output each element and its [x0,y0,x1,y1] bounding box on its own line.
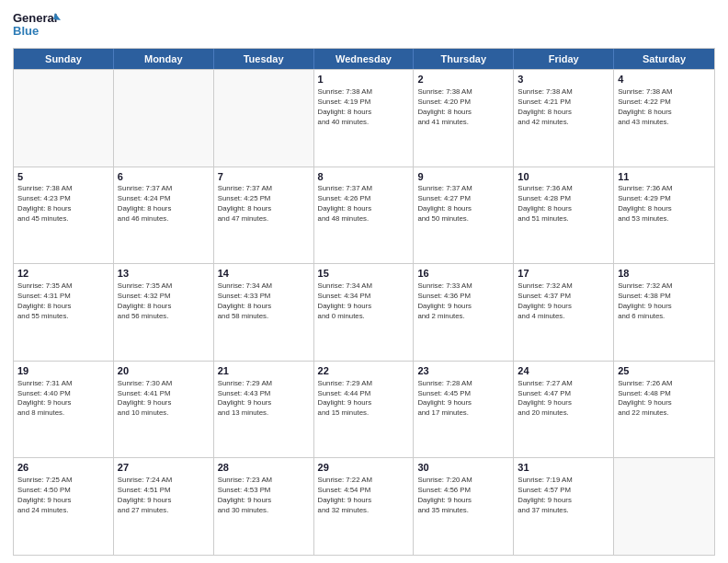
empty-cell [14,70,114,167]
day-number: 20 [118,364,210,378]
day-info: Sunrise: 7:37 AM Sunset: 4:26 PM Dayligh… [318,184,410,224]
day-info: Sunrise: 7:38 AM Sunset: 4:23 PM Dayligh… [17,184,109,224]
day-cell-8: 8Sunrise: 7:37 AM Sunset: 4:26 PM Daylig… [314,167,415,264]
day-info: Sunrise: 7:37 AM Sunset: 4:25 PM Dayligh… [218,184,310,224]
day-info: Sunrise: 7:32 AM Sunset: 4:38 PM Dayligh… [618,282,711,322]
day-info: Sunrise: 7:23 AM Sunset: 4:53 PM Dayligh… [218,476,310,516]
day-cell-27: 27Sunrise: 7:24 AM Sunset: 4:51 PM Dayli… [114,458,214,555]
calendar-body: 1Sunrise: 7:38 AM Sunset: 4:19 PM Daylig… [14,69,714,555]
day-info: Sunrise: 7:36 AM Sunset: 4:29 PM Dayligh… [618,184,711,224]
day-number: 22 [318,364,410,378]
logo-svg: General Blue [13,9,61,42]
day-info: Sunrise: 7:32 AM Sunset: 4:37 PM Dayligh… [518,282,609,322]
empty-cell [114,70,214,167]
day-cell-7: 7Sunrise: 7:37 AM Sunset: 4:25 PM Daylig… [214,167,314,264]
empty-cell [214,70,314,167]
day-cell-28: 28Sunrise: 7:23 AM Sunset: 4:53 PM Dayli… [214,458,314,555]
day-number: 19 [17,364,109,378]
day-cell-21: 21Sunrise: 7:29 AM Sunset: 4:43 PM Dayli… [214,362,314,458]
day-number: 28 [218,461,310,475]
header-day-sunday: Sunday [14,49,114,69]
day-number: 8 [318,170,410,184]
day-cell-17: 17Sunrise: 7:32 AM Sunset: 4:37 PM Dayli… [514,264,614,361]
day-cell-23: 23Sunrise: 7:28 AM Sunset: 4:45 PM Dayli… [414,362,514,458]
week-row-5: 26Sunrise: 7:25 AM Sunset: 4:50 PM Dayli… [14,457,714,555]
day-cell-11: 11Sunrise: 7:36 AM Sunset: 4:29 PM Dayli… [614,167,714,264]
day-info: Sunrise: 7:20 AM Sunset: 4:56 PM Dayligh… [417,476,509,516]
day-cell-3: 3Sunrise: 7:38 AM Sunset: 4:21 PM Daylig… [514,70,614,167]
week-row-3: 12Sunrise: 7:35 AM Sunset: 4:31 PM Dayli… [14,263,714,361]
day-number: 26 [17,461,109,475]
day-number: 27 [118,461,210,475]
day-info: Sunrise: 7:34 AM Sunset: 4:33 PM Dayligh… [218,282,310,322]
header-day-saturday: Saturday [614,49,714,69]
day-info: Sunrise: 7:25 AM Sunset: 4:50 PM Dayligh… [17,476,109,516]
day-info: Sunrise: 7:34 AM Sunset: 4:34 PM Dayligh… [318,282,410,322]
day-info: Sunrise: 7:38 AM Sunset: 4:19 PM Dayligh… [318,87,410,128]
day-number: 30 [417,461,509,475]
day-number: 16 [417,267,509,281]
day-cell-18: 18Sunrise: 7:32 AM Sunset: 4:38 PM Dayli… [614,264,714,361]
day-info: Sunrise: 7:33 AM Sunset: 4:36 PM Dayligh… [417,282,509,322]
day-cell-20: 20Sunrise: 7:30 AM Sunset: 4:41 PM Dayli… [114,362,214,458]
day-cell-26: 26Sunrise: 7:25 AM Sunset: 4:50 PM Dayli… [14,458,114,555]
day-number: 21 [218,364,310,378]
day-number: 15 [318,267,410,281]
day-info: Sunrise: 7:24 AM Sunset: 4:51 PM Dayligh… [118,476,210,516]
svg-text:Blue: Blue [13,24,39,38]
header-day-tuesday: Tuesday [214,49,314,69]
day-number: 3 [518,73,609,86]
day-number: 13 [118,267,210,281]
day-info: Sunrise: 7:38 AM Sunset: 4:20 PM Dayligh… [417,87,509,128]
day-cell-4: 4Sunrise: 7:38 AM Sunset: 4:22 PM Daylig… [614,70,714,167]
header-day-thursday: Thursday [414,49,514,69]
day-info: Sunrise: 7:26 AM Sunset: 4:48 PM Dayligh… [618,379,711,419]
day-cell-1: 1Sunrise: 7:38 AM Sunset: 4:19 PM Daylig… [314,70,415,167]
day-cell-31: 31Sunrise: 7:19 AM Sunset: 4:57 PM Dayli… [514,458,614,555]
day-info: Sunrise: 7:27 AM Sunset: 4:47 PM Dayligh… [518,379,609,419]
day-number: 6 [118,170,210,184]
day-info: Sunrise: 7:37 AM Sunset: 4:27 PM Dayligh… [417,184,509,224]
day-info: Sunrise: 7:36 AM Sunset: 4:28 PM Dayligh… [518,184,609,224]
day-cell-22: 22Sunrise: 7:29 AM Sunset: 4:44 PM Dayli… [314,362,415,458]
day-number: 14 [218,267,310,281]
day-number: 9 [417,170,509,184]
header-day-friday: Friday [514,49,614,69]
day-info: Sunrise: 7:29 AM Sunset: 4:43 PM Dayligh… [218,379,310,419]
day-number: 12 [17,267,109,281]
day-number: 31 [518,461,609,475]
day-number: 24 [518,364,609,378]
day-cell-14: 14Sunrise: 7:34 AM Sunset: 4:33 PM Dayli… [214,264,314,361]
day-cell-9: 9Sunrise: 7:37 AM Sunset: 4:27 PM Daylig… [414,167,514,264]
day-info: Sunrise: 7:35 AM Sunset: 4:32 PM Dayligh… [118,282,210,322]
day-number: 4 [618,73,711,86]
calendar-header: SundayMondayTuesdayWednesdayThursdayFrid… [14,49,714,69]
day-cell-29: 29Sunrise: 7:22 AM Sunset: 4:54 PM Dayli… [314,458,415,555]
day-number: 17 [518,267,609,281]
day-cell-15: 15Sunrise: 7:34 AM Sunset: 4:34 PM Dayli… [314,264,415,361]
day-cell-6: 6Sunrise: 7:37 AM Sunset: 4:24 PM Daylig… [114,167,214,264]
day-cell-30: 30Sunrise: 7:20 AM Sunset: 4:56 PM Dayli… [414,458,514,555]
day-info: Sunrise: 7:38 AM Sunset: 4:21 PM Dayligh… [518,87,609,128]
day-info: Sunrise: 7:38 AM Sunset: 4:22 PM Dayligh… [618,87,711,128]
day-number: 10 [518,170,609,184]
day-info: Sunrise: 7:31 AM Sunset: 4:40 PM Dayligh… [17,379,109,419]
day-info: Sunrise: 7:28 AM Sunset: 4:45 PM Dayligh… [417,379,509,419]
day-number: 5 [17,170,109,184]
day-number: 2 [417,73,509,86]
page: General Blue SundayMondayTuesdayWednesda… [0,0,728,563]
day-cell-24: 24Sunrise: 7:27 AM Sunset: 4:47 PM Dayli… [514,362,614,458]
day-info: Sunrise: 7:19 AM Sunset: 4:57 PM Dayligh… [518,476,609,516]
day-cell-5: 5Sunrise: 7:38 AM Sunset: 4:23 PM Daylig… [14,167,114,264]
day-number: 23 [417,364,509,378]
day-info: Sunrise: 7:22 AM Sunset: 4:54 PM Dayligh… [318,476,410,516]
day-cell-13: 13Sunrise: 7:35 AM Sunset: 4:32 PM Dayli… [114,264,214,361]
week-row-2: 5Sunrise: 7:38 AM Sunset: 4:23 PM Daylig… [14,167,714,264]
day-cell-16: 16Sunrise: 7:33 AM Sunset: 4:36 PM Dayli… [414,264,514,361]
calendar: SundayMondayTuesdayWednesdayThursdayFrid… [13,48,715,556]
empty-cell [614,458,714,555]
day-cell-10: 10Sunrise: 7:36 AM Sunset: 4:28 PM Dayli… [514,167,614,264]
day-info: Sunrise: 7:37 AM Sunset: 4:24 PM Dayligh… [118,184,210,224]
day-number: 29 [318,461,410,475]
day-cell-25: 25Sunrise: 7:26 AM Sunset: 4:48 PM Dayli… [614,362,714,458]
